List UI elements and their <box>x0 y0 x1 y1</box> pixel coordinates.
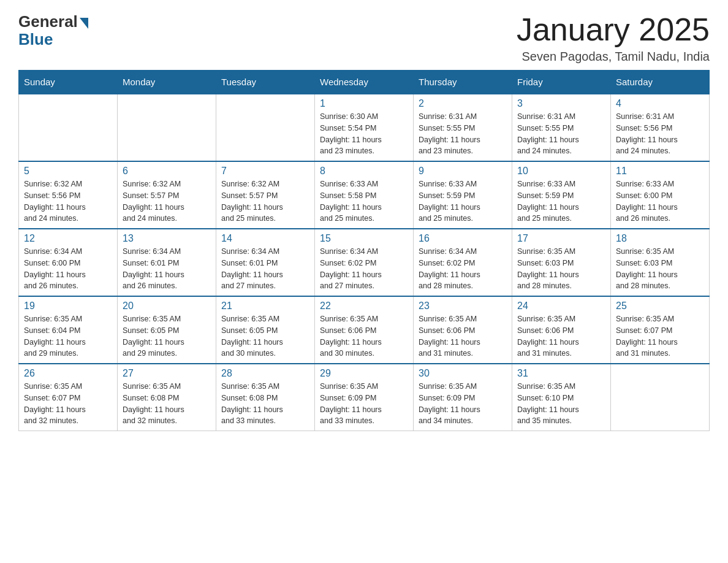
day-info: Sunrise: 6:32 AM Sunset: 5:57 PM Dayligh… <box>221 178 309 224</box>
day-info: Sunrise: 6:32 AM Sunset: 5:57 PM Dayligh… <box>123 178 211 224</box>
calendar-cell: 4Sunrise: 6:31 AM Sunset: 5:56 PM Daylig… <box>611 94 710 161</box>
day-number: 19 <box>24 301 112 312</box>
calendar-cell: 18Sunrise: 6:35 AM Sunset: 6:03 PM Dayli… <box>611 229 710 296</box>
day-info: Sunrise: 6:35 AM Sunset: 6:09 PM Dayligh… <box>320 381 408 427</box>
day-number: 21 <box>221 301 309 312</box>
day-number: 31 <box>517 368 605 379</box>
day-info: Sunrise: 6:35 AM Sunset: 6:07 PM Dayligh… <box>616 313 704 359</box>
day-number: 30 <box>419 368 507 379</box>
calendar-cell <box>611 364 710 431</box>
calendar-cell: 30Sunrise: 6:35 AM Sunset: 6:09 PM Dayli… <box>414 364 512 431</box>
calendar-cell: 16Sunrise: 6:34 AM Sunset: 6:02 PM Dayli… <box>414 229 512 296</box>
day-info: Sunrise: 6:31 AM Sunset: 5:56 PM Dayligh… <box>616 111 704 157</box>
day-info: Sunrise: 6:30 AM Sunset: 5:54 PM Dayligh… <box>320 111 408 157</box>
day-info: Sunrise: 6:33 AM Sunset: 5:59 PM Dayligh… <box>419 178 507 224</box>
calendar-cell: 10Sunrise: 6:33 AM Sunset: 5:59 PM Dayli… <box>512 161 611 229</box>
day-info: Sunrise: 6:35 AM Sunset: 6:08 PM Dayligh… <box>221 381 309 427</box>
day-info: Sunrise: 6:35 AM Sunset: 6:03 PM Dayligh… <box>616 246 704 292</box>
day-number: 23 <box>419 301 507 312</box>
day-number: 15 <box>320 233 408 244</box>
day-number: 5 <box>24 166 112 177</box>
weekday-header-friday: Friday <box>512 71 611 94</box>
day-number: 12 <box>24 233 112 244</box>
logo-arrow-icon <box>80 18 88 29</box>
day-number: 27 <box>123 368 211 379</box>
page-header: General Blue January 2025 Seven Pagodas,… <box>18 12 710 64</box>
day-info: Sunrise: 6:34 AM Sunset: 6:01 PM Dayligh… <box>221 246 309 292</box>
calendar-header-row: SundayMondayTuesdayWednesdayThursdayFrid… <box>19 71 710 94</box>
calendar-cell <box>216 94 315 161</box>
calendar-cell: 28Sunrise: 6:35 AM Sunset: 6:08 PM Dayli… <box>216 364 315 431</box>
day-number: 18 <box>616 233 704 244</box>
month-title: January 2025 <box>517 12 710 47</box>
calendar-week-row-5: 26Sunrise: 6:35 AM Sunset: 6:07 PM Dayli… <box>19 364 710 431</box>
day-info: Sunrise: 6:35 AM Sunset: 6:06 PM Dayligh… <box>419 313 507 359</box>
weekday-header-tuesday: Tuesday <box>216 71 315 94</box>
calendar-cell: 27Sunrise: 6:35 AM Sunset: 6:08 PM Dayli… <box>118 364 216 431</box>
title-section: January 2025 Seven Pagodas, Tamil Nadu, … <box>517 12 710 64</box>
calendar-table: SundayMondayTuesdayWednesdayThursdayFrid… <box>18 70 710 431</box>
day-info: Sunrise: 6:31 AM Sunset: 5:55 PM Dayligh… <box>419 111 507 157</box>
day-number: 16 <box>419 233 507 244</box>
calendar-cell: 23Sunrise: 6:35 AM Sunset: 6:06 PM Dayli… <box>414 296 512 364</box>
day-number: 2 <box>419 98 507 109</box>
day-number: 17 <box>517 233 605 244</box>
day-info: Sunrise: 6:33 AM Sunset: 5:58 PM Dayligh… <box>320 178 408 224</box>
calendar-week-row-1: 1Sunrise: 6:30 AM Sunset: 5:54 PM Daylig… <box>19 94 710 161</box>
day-number: 8 <box>320 166 408 177</box>
day-info: Sunrise: 6:34 AM Sunset: 6:00 PM Dayligh… <box>24 246 112 292</box>
day-info: Sunrise: 6:35 AM Sunset: 6:06 PM Dayligh… <box>320 313 408 359</box>
calendar-cell: 5Sunrise: 6:32 AM Sunset: 5:56 PM Daylig… <box>19 161 118 229</box>
weekday-header-thursday: Thursday <box>414 71 512 94</box>
day-info: Sunrise: 6:35 AM Sunset: 6:08 PM Dayligh… <box>123 381 211 427</box>
calendar-cell: 3Sunrise: 6:31 AM Sunset: 5:55 PM Daylig… <box>512 94 611 161</box>
day-info: Sunrise: 6:34 AM Sunset: 6:02 PM Dayligh… <box>320 246 408 292</box>
day-info: Sunrise: 6:34 AM Sunset: 6:02 PM Dayligh… <box>419 246 507 292</box>
day-number: 14 <box>221 233 309 244</box>
calendar-cell: 12Sunrise: 6:34 AM Sunset: 6:00 PM Dayli… <box>19 229 118 296</box>
day-number: 1 <box>320 98 408 109</box>
calendar-cell: 11Sunrise: 6:33 AM Sunset: 6:00 PM Dayli… <box>611 161 710 229</box>
weekday-header-saturday: Saturday <box>611 71 710 94</box>
day-number: 3 <box>517 98 605 109</box>
calendar-week-row-2: 5Sunrise: 6:32 AM Sunset: 5:56 PM Daylig… <box>19 161 710 229</box>
day-number: 4 <box>616 98 704 109</box>
day-number: 7 <box>221 166 309 177</box>
day-number: 13 <box>123 233 211 244</box>
calendar-cell: 7Sunrise: 6:32 AM Sunset: 5:57 PM Daylig… <box>216 161 315 229</box>
day-number: 25 <box>616 301 704 312</box>
day-number: 11 <box>616 166 704 177</box>
calendar-cell: 29Sunrise: 6:35 AM Sunset: 6:09 PM Dayli… <box>315 364 414 431</box>
weekday-header-sunday: Sunday <box>19 71 118 94</box>
day-info: Sunrise: 6:35 AM Sunset: 6:05 PM Dayligh… <box>221 313 309 359</box>
calendar-cell: 24Sunrise: 6:35 AM Sunset: 6:06 PM Dayli… <box>512 296 611 364</box>
calendar-cell: 15Sunrise: 6:34 AM Sunset: 6:02 PM Dayli… <box>315 229 414 296</box>
calendar-cell: 21Sunrise: 6:35 AM Sunset: 6:05 PM Dayli… <box>216 296 315 364</box>
day-number: 9 <box>419 166 507 177</box>
calendar-cell: 22Sunrise: 6:35 AM Sunset: 6:06 PM Dayli… <box>315 296 414 364</box>
calendar-cell: 26Sunrise: 6:35 AM Sunset: 6:07 PM Dayli… <box>19 364 118 431</box>
calendar-cell: 17Sunrise: 6:35 AM Sunset: 6:03 PM Dayli… <box>512 229 611 296</box>
weekday-header-monday: Monday <box>118 71 216 94</box>
day-number: 10 <box>517 166 605 177</box>
day-number: 24 <box>517 301 605 312</box>
day-number: 6 <box>123 166 211 177</box>
logo-general-text: General <box>18 12 78 31</box>
calendar-cell: 31Sunrise: 6:35 AM Sunset: 6:10 PM Dayli… <box>512 364 611 431</box>
logo: General Blue <box>18 12 88 49</box>
day-info: Sunrise: 6:34 AM Sunset: 6:01 PM Dayligh… <box>123 246 211 292</box>
calendar-cell: 25Sunrise: 6:35 AM Sunset: 6:07 PM Dayli… <box>611 296 710 364</box>
calendar-week-row-3: 12Sunrise: 6:34 AM Sunset: 6:00 PM Dayli… <box>19 229 710 296</box>
calendar-cell <box>19 94 118 161</box>
day-info: Sunrise: 6:33 AM Sunset: 6:00 PM Dayligh… <box>616 178 704 224</box>
calendar-cell: 8Sunrise: 6:33 AM Sunset: 5:58 PM Daylig… <box>315 161 414 229</box>
calendar-week-row-4: 19Sunrise: 6:35 AM Sunset: 6:04 PM Dayli… <box>19 296 710 364</box>
day-info: Sunrise: 6:35 AM Sunset: 6:09 PM Dayligh… <box>419 381 507 427</box>
day-info: Sunrise: 6:35 AM Sunset: 6:06 PM Dayligh… <box>517 313 605 359</box>
day-info: Sunrise: 6:35 AM Sunset: 6:03 PM Dayligh… <box>517 246 605 292</box>
day-number: 22 <box>320 301 408 312</box>
location-subtitle: Seven Pagodas, Tamil Nadu, India <box>517 50 710 64</box>
calendar-cell: 9Sunrise: 6:33 AM Sunset: 5:59 PM Daylig… <box>414 161 512 229</box>
calendar-cell: 13Sunrise: 6:34 AM Sunset: 6:01 PM Dayli… <box>118 229 216 296</box>
day-info: Sunrise: 6:33 AM Sunset: 5:59 PM Dayligh… <box>517 178 605 224</box>
